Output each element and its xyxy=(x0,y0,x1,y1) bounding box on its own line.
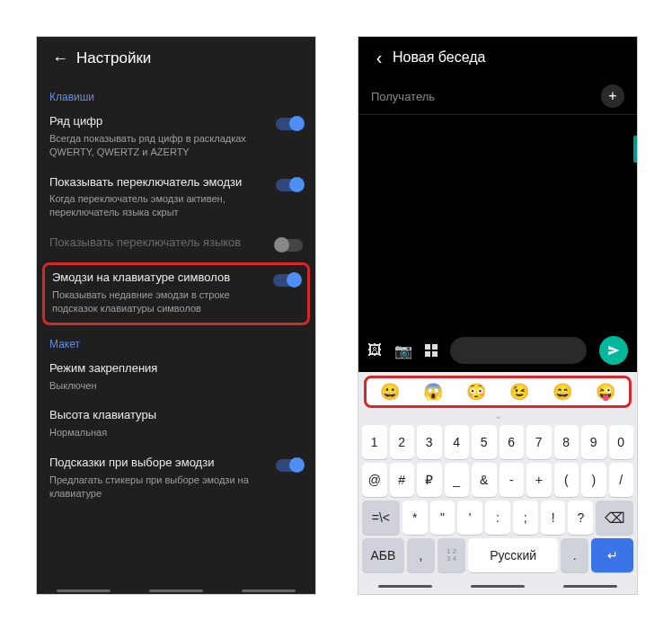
key[interactable]: ! xyxy=(541,501,566,535)
setting-row[interactable]: Высота клавиатурыНормальная xyxy=(37,401,315,448)
chat-title: Новая беседа xyxy=(393,49,485,66)
toggle[interactable] xyxy=(276,179,303,191)
key[interactable]: 4 xyxy=(445,425,470,459)
key[interactable]: * xyxy=(402,501,428,535)
toggle[interactable] xyxy=(276,118,303,130)
setting-subtitle: Нормальная xyxy=(49,426,303,439)
key[interactable]: 7 xyxy=(526,425,552,459)
chat-screen: ‹ Новая беседа Получатель + 🖼 📷 😀😱😳😉😄😜 ⌄… xyxy=(358,36,638,595)
key[interactable]: ₽ xyxy=(417,463,442,497)
key[interactable]: 6 xyxy=(500,425,525,459)
chat-body xyxy=(358,115,637,329)
setting-row[interactable]: Режим закрепленияВыключен xyxy=(37,354,315,402)
key[interactable]: ) xyxy=(581,463,606,497)
setting-row[interactable]: Подсказки при выборе эмодзиПредлагать ст… xyxy=(37,448,315,509)
key[interactable]: 1 xyxy=(362,425,387,459)
key[interactable]: =\< xyxy=(362,501,400,535)
compose-bar: 🖼 📷 xyxy=(358,329,637,372)
toggle[interactable] xyxy=(273,274,300,287)
key[interactable]: 3 xyxy=(417,425,442,459)
section-keys-label: Клавиши xyxy=(37,80,315,107)
android-navbar xyxy=(358,574,637,594)
key[interactable]: ; xyxy=(513,501,538,535)
settings-title: Настройки xyxy=(76,49,151,67)
setting-row[interactable]: Показывать переключатель языков xyxy=(37,228,315,261)
key[interactable]: 2 xyxy=(390,425,415,459)
key[interactable]: _ xyxy=(445,463,470,497)
key[interactable]: - xyxy=(500,463,525,497)
chevron-down-icon[interactable]: ⌄ xyxy=(358,410,637,423)
key[interactable]: ' xyxy=(457,501,482,535)
gallery-icon[interactable]: 🖼 xyxy=(367,342,382,359)
emoji-suggestion[interactable]: 😜 xyxy=(596,382,615,402)
send-button[interactable] xyxy=(599,336,628,365)
setting-row[interactable]: Эмодзи на клавиатуре символовПоказывать … xyxy=(42,262,310,325)
setting-row[interactable]: Показывать переключатель эмодзиКогда пер… xyxy=(37,168,315,229)
setting-subtitle: Предлагать стикеры при выборе эмодзи на … xyxy=(49,474,269,501)
toggle[interactable] xyxy=(276,459,303,472)
spacebar[interactable]: Русский xyxy=(468,538,558,572)
key[interactable]: , xyxy=(407,538,435,572)
setting-title: Показывать переключатель эмодзи xyxy=(49,175,269,190)
camera-icon[interactable]: 📷 xyxy=(394,342,412,359)
setting-title: Эмодзи на клавиатуре символов xyxy=(52,270,266,286)
setting-title: Высота клавиатуры xyxy=(49,408,303,423)
emoji-suggestion[interactable]: 😱 xyxy=(423,382,443,402)
setting-subtitle: Выключен xyxy=(49,379,303,393)
scroll-indicator xyxy=(633,136,637,163)
settings-screen: ← Настройки Клавиши Ряд цифрВсегда показ… xyxy=(36,36,316,595)
setting-subtitle: Показывать недавние эмодзи в строке подс… xyxy=(52,288,266,315)
enter-key[interactable]: ↵ xyxy=(591,538,633,572)
setting-title: Режим закрепления xyxy=(49,361,303,377)
setting-subtitle: Всегда показывать ряд цифр в раскладках … xyxy=(49,132,269,159)
key[interactable]: @ xyxy=(362,463,387,497)
key[interactable]: ? xyxy=(568,501,593,535)
message-input[interactable] xyxy=(450,337,587,364)
key[interactable]: & xyxy=(472,463,497,497)
emoji-suggestion[interactable]: 😳 xyxy=(466,382,486,402)
keyboard: 😀😱😳😉😄😜 ⌄ 1234567890 @#₽_&-+()/ =\<*"':;!… xyxy=(358,372,637,594)
recipient-placeholder[interactable]: Получатель xyxy=(371,90,601,103)
key[interactable]: ( xyxy=(554,463,579,497)
key[interactable]: + xyxy=(526,463,552,497)
key[interactable]: 0 xyxy=(609,425,634,459)
key[interactable]: . xyxy=(561,538,588,572)
setting-title: Ряд цифр xyxy=(49,114,269,129)
emoji-suggestion[interactable]: 😉 xyxy=(509,382,529,402)
recipient-row: Получатель + xyxy=(358,78,637,115)
section-layout-label: Макет xyxy=(37,327,315,354)
key[interactable]: # xyxy=(390,463,415,497)
emoji-suggestion[interactable]: 😀 xyxy=(380,382,400,402)
android-navbar xyxy=(37,589,315,592)
numpad-key[interactable]: 1 23 4 xyxy=(438,538,465,572)
emoji-suggestion[interactable]: 😄 xyxy=(553,382,572,402)
setting-row[interactable]: Ряд цифрВсегда показывать ряд цифр в рас… xyxy=(37,107,315,168)
key[interactable]: 8 xyxy=(554,425,579,459)
backspace-key[interactable]: ⌫ xyxy=(596,501,633,535)
setting-title: Показывать переключатель языков xyxy=(49,235,269,251)
key[interactable]: " xyxy=(430,501,455,535)
key[interactable]: / xyxy=(609,463,634,497)
key[interactable]: 5 xyxy=(472,425,497,459)
back-arrow-icon[interactable]: ← xyxy=(44,49,76,68)
back-arrow-icon[interactable]: ‹ xyxy=(366,48,393,68)
key[interactable]: : xyxy=(485,501,510,535)
settings-header: ← Настройки xyxy=(37,37,315,80)
setting-subtitle: Когда переключатель эмодзи активен, пере… xyxy=(49,192,269,219)
apps-icon[interactable] xyxy=(425,344,438,357)
key[interactable]: АБВ xyxy=(362,538,404,572)
add-recipient-button[interactable]: + xyxy=(601,84,624,108)
emoji-suggestion-row: 😀😱😳😉😄😜 xyxy=(364,376,632,408)
chat-header: ‹ Новая беседа xyxy=(358,37,637,78)
key[interactable]: 9 xyxy=(581,425,606,459)
toggle[interactable] xyxy=(276,239,303,252)
setting-title: Подсказки при выборе эмодзи xyxy=(49,456,269,471)
